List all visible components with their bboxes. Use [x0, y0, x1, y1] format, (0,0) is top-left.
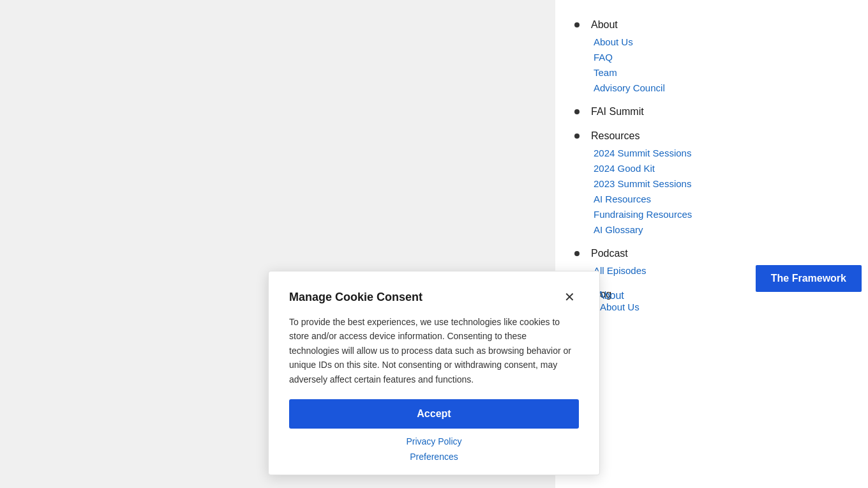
nav-label-fai-summit: FAI Summit — [585, 103, 644, 120]
bullet-icon — [574, 133, 580, 139]
cookie-header: Manage Cookie Consent ✕ — [289, 289, 579, 305]
nav-list: About About Us FAQ Team Advisory Council… — [574, 13, 849, 307]
second-nav-list: About About Us — [581, 287, 855, 316]
nav-link-advisory-council[interactable]: Advisory Council — [594, 82, 665, 93]
nav-item-about: About About Us FAQ Team Advisory Council — [574, 13, 849, 100]
cookie-close-button[interactable]: ✕ — [560, 289, 579, 305]
list-item: 2024 Summit Sessions — [594, 146, 849, 161]
second-nav-link-about-us[interactable]: About Us — [600, 301, 640, 312]
nav-link-team[interactable]: Team — [594, 67, 617, 78]
list-item: AI Glossary — [594, 222, 849, 238]
list-item: AI Resources — [594, 192, 849, 207]
nav-link-2024-summit-sessions[interactable]: 2024 Summit Sessions — [594, 148, 691, 158]
cookie-consent-dialog: Manage Cookie Consent ✕ To provide the b… — [268, 271, 600, 475]
nav-link-about-us[interactable]: About Us — [594, 36, 633, 47]
cookie-title: Manage Cookie Consent — [289, 291, 423, 304]
cookie-body-text: To provide the best experiences, we use … — [289, 315, 579, 386]
nav-link-2024-good-kit[interactable]: 2024 Good Kit — [594, 163, 655, 174]
nav-item-resources: Resources 2024 Summit Sessions 2024 Good… — [574, 124, 849, 241]
list-item: Team — [594, 65, 849, 80]
nav-link-fundraising-resources[interactable]: Fundraising Resources — [594, 209, 692, 220]
nav-item-about-second: About About Us — [581, 287, 855, 316]
nav-label-about: About — [585, 17, 618, 33]
nav-link-2023-summit-sessions[interactable]: 2023 Summit Sessions — [594, 178, 691, 189]
nav-sublist-resources: 2024 Summit Sessions 2024 Good Kit 2023 … — [574, 146, 849, 238]
list-item: Advisory Council — [594, 80, 849, 96]
bullet-icon — [574, 22, 580, 27]
bullet-icon — [574, 109, 580, 114]
nav-link-faq[interactable]: FAQ — [594, 52, 613, 63]
nav-sublist-about: About Us FAQ Team Advisory Council — [574, 34, 849, 96]
list-item: About Us — [594, 34, 849, 50]
second-nav-area: About About Us — [562, 287, 868, 316]
second-nav-sublist-about: About Us — [581, 301, 855, 313]
list-item: 2024 Good Kit — [594, 161, 849, 176]
nav-label-resources: Resources — [585, 128, 640, 144]
list-item: About Us — [600, 301, 855, 313]
cookie-preferences-link[interactable]: Preferences — [289, 452, 579, 462]
nav-link-ai-resources[interactable]: AI Resources — [594, 194, 651, 204]
nav-item-fai-summit: FAI Summit — [574, 100, 849, 124]
list-item: FAQ — [594, 50, 849, 65]
bullet-icon — [574, 251, 580, 256]
cookie-accept-button[interactable]: Accept — [289, 399, 579, 429]
nav-link-ai-glossary[interactable]: AI Glossary — [594, 224, 643, 235]
list-item: Fundraising Resources — [594, 207, 849, 222]
list-item: 2023 Summit Sessions — [594, 176, 849, 192]
cookie-privacy-policy-link[interactable]: Privacy Policy — [289, 436, 579, 446]
nav-label-podcast: Podcast — [585, 245, 628, 262]
